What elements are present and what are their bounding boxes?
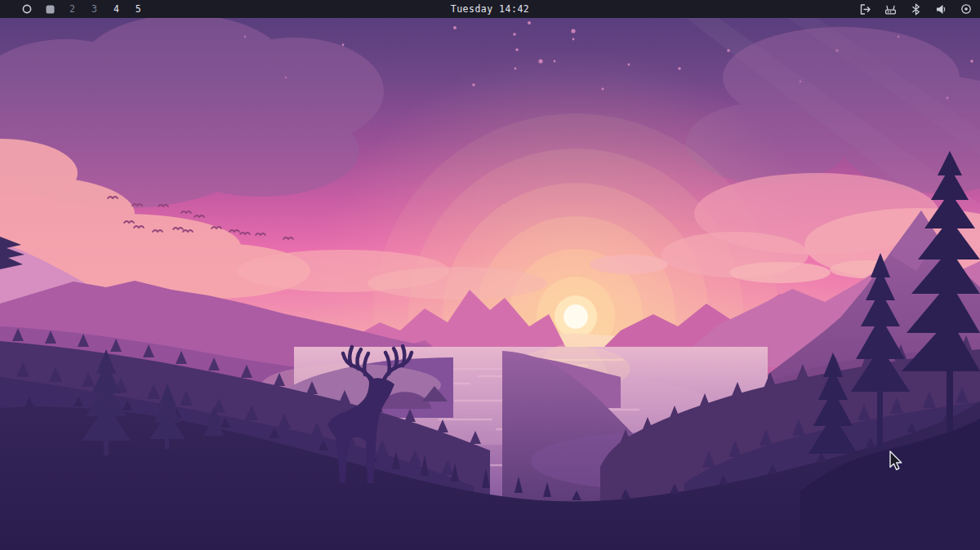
settings-icon[interactable] xyxy=(960,2,973,16)
top-bar: 2 3 4 5 Tuesday 14:42 xyxy=(0,0,980,18)
workspace-4[interactable]: 4 xyxy=(111,0,122,18)
clock-container: Tuesday 14:42 xyxy=(0,0,980,18)
workspace-5[interactable]: 5 xyxy=(133,0,144,18)
desktop-screen: 2 3 4 5 Tuesday 14:42 xyxy=(0,0,980,550)
bluetooth-icon[interactable] xyxy=(909,2,922,16)
wallpaper-scene xyxy=(0,18,980,550)
workspace-circle-icon[interactable] xyxy=(21,3,33,15)
circle-outline-icon xyxy=(22,4,32,14)
square-filled-icon xyxy=(46,5,55,14)
volume-icon[interactable] xyxy=(934,2,947,16)
logout-icon[interactable] xyxy=(858,2,871,16)
network-icon[interactable] xyxy=(884,2,897,16)
workspace-square-icon[interactable] xyxy=(44,3,56,15)
clock[interactable]: Tuesday 14:42 xyxy=(446,2,535,16)
system-tray xyxy=(858,2,980,16)
workspace-3[interactable]: 3 xyxy=(89,0,100,18)
workspace-switcher: 2 3 4 5 xyxy=(0,0,144,18)
workspace-2[interactable]: 2 xyxy=(67,0,78,18)
desktop-wallpaper xyxy=(0,18,980,550)
